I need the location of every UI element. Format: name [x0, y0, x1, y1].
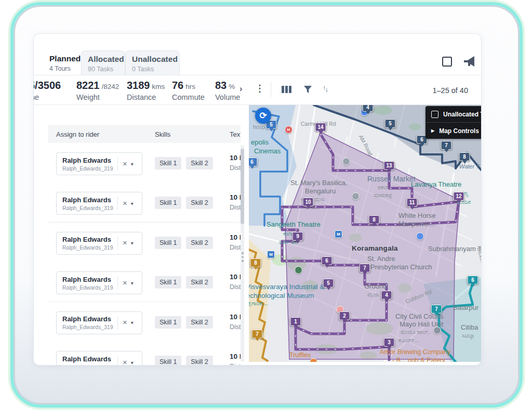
- map-label: ಮಾರುಕಟ್ಟೆ: [374, 192, 392, 199]
- map-label: Sangeeth Theatre: [267, 220, 321, 228]
- task-marker-6[interactable]: 6: [249, 158, 258, 166]
- map-label: St. Andre: [367, 255, 395, 263]
- rider-select[interactable]: Ralph Edwards Ralph_Edwards_319 × ▾: [56, 152, 142, 175]
- metric-label: Dist: [230, 323, 241, 331]
- map-label: epolis: [251, 138, 269, 146]
- map-label: Visvesvaraya Industrial &: [249, 283, 324, 291]
- map-overlay-panel: Unallocated T ▶ Map Controls: [425, 106, 482, 139]
- announcement-icon[interactable]: [463, 56, 477, 68]
- map-label: ಸಿಟಿಬ್ಯಾ: [462, 332, 475, 339]
- chevron-down-icon[interactable]: ▾: [131, 161, 134, 167]
- filter-icon[interactable]: [304, 86, 312, 94]
- table-row[interactable]: Ralph Edwards Ralph_Edwards_319 × ▾ Skil…: [48, 182, 241, 223]
- rider-select[interactable]: Ralph Edwards Ralph_Edwards_319 × ▾: [56, 192, 142, 215]
- table-row[interactable]: Ralph Edwards Ralph_Edwards_319 × ▾ Skil…: [48, 302, 241, 342]
- task-marker-3[interactable]: 3: [384, 338, 395, 347]
- map-label: Koramangala: [352, 244, 398, 252]
- task-marker-6[interactable]: 6: [468, 276, 478, 284]
- chevron-down-icon[interactable]: ▾: [131, 201, 134, 206]
- scrollbar-thumb[interactable]: [241, 149, 244, 224]
- row-metric: 10 k Dist: [230, 193, 241, 211]
- metric-value: 10 k: [230, 193, 241, 201]
- tab-subtitle: 0 Tasks: [132, 66, 179, 73]
- task-marker-7[interactable]: 7: [360, 264, 370, 272]
- clear-icon[interactable]: ×: [118, 318, 131, 328]
- task-marker-9[interactable]: 9: [292, 232, 303, 241]
- panel-resize-handle[interactable]: [242, 252, 244, 264]
- columns-icon[interactable]: [282, 86, 291, 93]
- stats-scroll-right-chevron[interactable]: ›: [240, 84, 242, 94]
- metric-label: Dist: [230, 244, 241, 251]
- clear-icon[interactable]: ×: [118, 199, 131, 208]
- map-label: Presbyterian Church: [370, 263, 432, 271]
- skill-chip: Skill 1: [155, 276, 181, 289]
- tab-planned[interactable]: Planned 4 Tours: [43, 50, 81, 75]
- tab-unallocated[interactable]: Unallocated 0 Tasks: [125, 50, 180, 75]
- table-row[interactable]: Ralph Edwards Ralph_Edwards_319 × ▾ Skil…: [48, 262, 241, 302]
- skill-chip: Skill 2: [186, 316, 212, 329]
- map-label: Mayo Hall Unit: [400, 320, 444, 328]
- task-marker-2[interactable]: 2: [339, 311, 350, 320]
- stat-distance: 3189kms Distance: [127, 80, 165, 101]
- chevron-down-icon[interactable]: ▾: [131, 320, 134, 325]
- rider-select[interactable]: Ralph Edwards Ralph_Edwards_319 × ▾: [56, 351, 142, 365]
- unallocated-tasks-toggle[interactable]: Unallocated T: [425, 106, 482, 122]
- task-marker-1[interactable]: 1: [290, 317, 301, 326]
- task-marker-7[interactable]: 7: [431, 305, 442, 314]
- task-marker-4[interactable]: 4: [363, 105, 374, 112]
- unallocated-label: Unallocated T: [443, 111, 482, 118]
- tours-table: Assign to rider Skills Text E Ralph Edwa…: [34, 105, 241, 365]
- clear-icon[interactable]: ×: [118, 159, 131, 169]
- task-marker-5[interactable]: 5: [323, 279, 334, 288]
- task-marker-6[interactable]: 6: [322, 256, 332, 265]
- chevron-down-icon[interactable]: ▾: [131, 280, 134, 286]
- sort-icon[interactable]: ↑↓: [323, 84, 329, 92]
- rider-id: Ralph_Edwards_319: [62, 205, 117, 211]
- clear-icon[interactable]: ×: [118, 278, 131, 288]
- table-row[interactable]: Ralph Edwards Ralph_Edwards_319 × ▾ Skil…: [48, 143, 241, 183]
- skills-chips: Skill 1Skill 2: [155, 197, 213, 209]
- task-marker-10[interactable]: 10: [303, 198, 314, 206]
- task-marker-8[interactable]: 8: [369, 215, 380, 224]
- map-label: Cinemas: [254, 147, 281, 155]
- rider-id: Ralph_Edwards_319: [62, 165, 117, 172]
- task-marker-4[interactable]: 4: [381, 291, 392, 299]
- task-marker-8[interactable]: 8: [459, 152, 470, 161]
- task-marker-12[interactable]: 12: [454, 192, 464, 201]
- chevron-down-icon[interactable]: ▾: [131, 360, 134, 365]
- task-marker-7[interactable]: 7: [441, 141, 452, 150]
- skill-chip: Skill 2: [186, 237, 212, 249]
- table-row[interactable]: Ralph Edwards Ralph_Edwards_319 × ▾ Skil…: [48, 342, 241, 365]
- task-marker-13[interactable]: 13: [384, 161, 395, 170]
- map-controls-button[interactable]: ▶ Map Controls: [425, 123, 482, 139]
- rider-select[interactable]: Ralph Edwards Ralph_Edwards_319 × ▾: [56, 271, 142, 294]
- unallocated-checkbox[interactable]: [431, 111, 438, 118]
- task-marker-5[interactable]: 5: [385, 119, 396, 128]
- select-all-checkbox[interactable]: [442, 57, 452, 67]
- clear-icon[interactable]: ×: [118, 238, 131, 248]
- map-poi-icon: [295, 266, 302, 274]
- tab-title: Allocated: [88, 55, 125, 64]
- task-marker-7[interactable]: 7: [252, 330, 263, 338]
- metric-value: 10 k: [230, 273, 241, 281]
- task-marker-8[interactable]: 8: [250, 258, 261, 267]
- tab-allocated[interactable]: Allocated 90 Tasks: [81, 50, 125, 75]
- header-text: Text E: [230, 130, 241, 138]
- rider-select[interactable]: Ralph Edwards Ralph_Edwards_319 × ▾: [56, 232, 142, 255]
- map-canvas[interactable]: HMM Carmel Hill RdAM RoadhospepolisCinem…: [249, 105, 481, 362]
- map-refresh-button[interactable]: ⟳: [255, 108, 271, 124]
- clear-icon[interactable]: ×: [118, 358, 131, 365]
- more-menu-icon[interactable]: ⋮: [255, 83, 264, 94]
- map-label: Lavanya Theatre: [411, 180, 461, 188]
- task-marker-14[interactable]: 14: [315, 123, 326, 132]
- pagination-label: 1–25 of 40: [432, 86, 468, 95]
- stat-clipped: 5/3506 me: [34, 80, 67, 101]
- rider-select[interactable]: Ralph Edwards Ralph_Edwards_319 × ▾: [56, 311, 142, 334]
- table-row[interactable]: Ralph Edwards Ralph_Edwards_319 × ▾ Skil…: [48, 223, 241, 263]
- task-marker-11[interactable]: 11: [407, 198, 418, 207]
- metric-value: 10 k: [230, 352, 241, 360]
- row-metric: 10 k Dist: [230, 313, 241, 331]
- map-label: ಮೈದಾ: [367, 291, 379, 298]
- header-assign-to-rider: Assign to rider: [56, 130, 99, 138]
- chevron-down-icon[interactable]: ▾: [131, 240, 134, 246]
